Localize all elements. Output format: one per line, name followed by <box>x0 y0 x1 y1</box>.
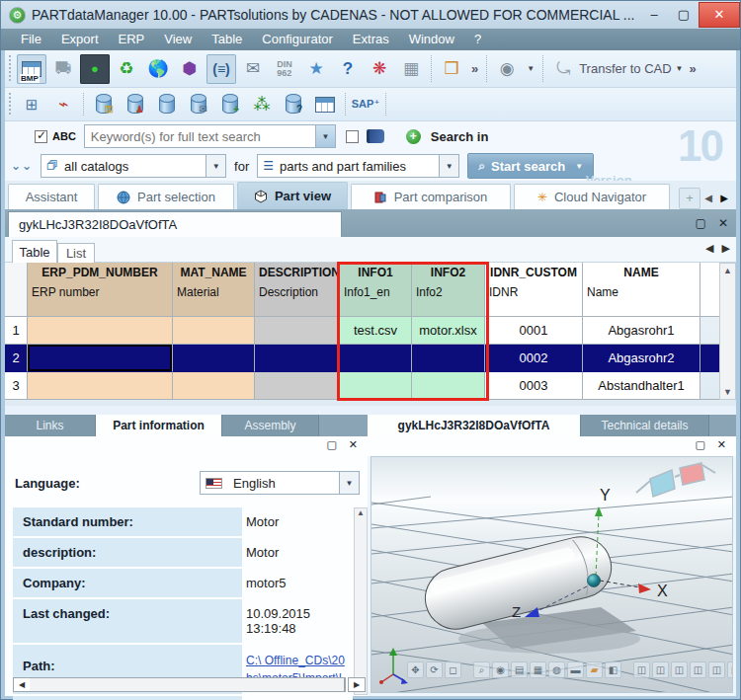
traffic-light-button[interactable]: ● <box>80 54 110 84</box>
cell-erp[interactable] <box>28 372 173 400</box>
menu-configurator[interactable]: Configurator <box>252 29 343 50</box>
db-users-button[interactable]: ♟ <box>121 90 150 119</box>
panel-close-icon[interactable]: ✕ <box>349 438 358 451</box>
cell-idnr[interactable]: 0002 <box>485 345 583 372</box>
blocks-button[interactable]: ❒ <box>437 54 466 84</box>
scroll-down-icon[interactable]: ▼ <box>723 385 732 399</box>
collapse-chevrons-icon[interactable]: ⌄⌄ <box>11 159 33 173</box>
part-info-horizontal-scrollbar[interactable]: ◀ <box>13 677 346 692</box>
tab-table[interactable]: Table <box>12 240 57 263</box>
language-combobox[interactable]: English ▼ <box>200 471 360 495</box>
cell-erp-focused[interactable] <box>28 345 173 372</box>
menu-window[interactable]: Window <box>399 29 464 50</box>
document-tab[interactable]: gykLHcJ3R32I8DOaVfOfTA <box>8 211 342 237</box>
cell-info2[interactable] <box>412 372 485 400</box>
db-button[interactable] <box>152 90 182 119</box>
db-add-button[interactable]: + <box>215 90 245 119</box>
search-input[interactable] <box>85 129 315 144</box>
transfer-to-cad-button[interactable]: ⤿ <box>548 54 578 84</box>
tab-technical-details[interactable]: Technical details <box>581 415 709 436</box>
maximize-button[interactable]: ▢ <box>669 2 699 28</box>
menu-erp[interactable]: ERP <box>109 29 155 50</box>
path-link-line1[interactable]: C:\ Offline_CDs\20 <box>246 652 351 669</box>
tab-part-view[interactable]: Part view <box>237 182 348 209</box>
view-left-icon[interactable]: ◫ <box>671 661 688 678</box>
cell-erp[interactable] <box>28 317 173 345</box>
book-checkbox[interactable] <box>346 130 359 143</box>
camera-icon[interactable]: ◉ <box>492 661 509 678</box>
column-header-erp[interactable]: ERP_PDM_NUMBERERP number <box>28 263 173 317</box>
panel-close-icon[interactable]: ✕ <box>717 438 726 451</box>
shopping-cart-button[interactable]: ⛟ <box>48 54 78 84</box>
export-package-button[interactable]: ⬢ <box>175 54 205 84</box>
minimize-button[interactable]: – <box>639 2 669 28</box>
table-close-button[interactable]: ▦ <box>396 54 426 84</box>
cell-mat[interactable] <box>173 372 255 400</box>
view-top-icon[interactable]: ◫ <box>708 661 725 678</box>
row-number[interactable]: 2 <box>5 345 28 372</box>
fit-view-icon[interactable]: ◻ <box>445 661 461 678</box>
view-back-icon[interactable]: ◫ <box>652 661 669 678</box>
update-catalog-button[interactable]: ♻ <box>112 54 141 84</box>
overflow-chevron[interactable]: » <box>471 61 478 76</box>
panel-maximize-icon[interactable]: ▢ <box>696 216 706 230</box>
cell-name[interactable]: Abgasrohr1 <box>583 317 700 345</box>
transfer-to-cad-label[interactable]: Transfer to CAD <box>579 61 671 76</box>
start-search-dropdown[interactable]: ▼ <box>575 162 583 171</box>
toolbar-grip[interactable] <box>8 54 13 83</box>
window-layout-button[interactable]: ⊞ <box>17 90 46 119</box>
table-row-selected[interactable]: 2 0002 Abgasrohr2 <box>5 345 719 372</box>
web-shop-button[interactable]: 🌎 <box>143 54 173 84</box>
menu-export[interactable]: Export <box>51 29 109 50</box>
send-mail-button[interactable]: ✉ <box>238 54 268 84</box>
scrollbar-thumb[interactable] <box>30 678 345 691</box>
menu-extras[interactable]: Extras <box>343 29 399 50</box>
field-value-project-type[interactable]: ▼ Native Part <box>242 696 353 700</box>
menu-view[interactable]: View <box>154 29 202 50</box>
viewport-3d[interactable]: Y X Z ✥ ⟳ ◻ ⌕ ◉ ▤ ▦ ◍ ▬ <box>370 456 733 693</box>
panel-maximize-icon[interactable]: ▢ <box>695 438 704 451</box>
tab-links[interactable]: Links <box>5 415 96 436</box>
column-header-idnr[interactable]: IDNR_CUSTOMIDNR <box>485 263 583 317</box>
rotate-tool-icon[interactable]: ⟳ <box>426 661 443 678</box>
cell-info2[interactable]: motor.xlsx <box>412 317 485 345</box>
tab-part-selection[interactable]: Part selection <box>98 184 234 209</box>
screen-icon[interactable]: ▬ <box>567 661 584 678</box>
overflow-chevron[interactable]: » <box>690 61 697 76</box>
grid-scroll-left-icon[interactable]: ◀ <box>705 242 713 255</box>
scroll-up-icon[interactable]: ▲ <box>723 264 732 277</box>
column-header-mat[interactable]: MAT_NAMEMaterial <box>173 263 255 317</box>
view-front-icon[interactable]: ◫ <box>633 661 650 678</box>
origin-sphere[interactable] <box>588 575 601 587</box>
scope-dropdown-button[interactable]: ▼ <box>439 155 458 177</box>
cell-idnr[interactable]: 0001 <box>485 317 583 345</box>
row-number[interactable]: 1 <box>5 317 28 345</box>
search-in-label[interactable]: Search in <box>431 129 489 144</box>
grid-vertical-scrollbar[interactable]: ▲ ▼ <box>719 263 736 400</box>
export-bmp-table-button[interactable]: BMP <box>17 54 46 84</box>
cell-description[interactable] <box>255 345 340 372</box>
sap-add-button[interactable]: SAP⁺ <box>351 90 380 119</box>
part-info-vertical-scrollbar[interactable]: ▲ <box>354 507 368 695</box>
db-login-button[interactable]: ⚿ <box>89 90 119 119</box>
tabs-scroll-right[interactable]: ▶ <box>716 188 732 209</box>
zoom-tool-icon[interactable]: ⌕ <box>473 661 490 678</box>
menu-file[interactable]: File <box>11 29 51 50</box>
table-row[interactable]: 1 test.csv motor.xlsx 0001 Abgasrohr1 <box>5 317 719 345</box>
panel-close-icon[interactable]: ✕ <box>718 216 728 230</box>
cell-info2[interactable] <box>412 345 485 372</box>
flower-tool-button[interactable]: ❋ <box>365 54 394 84</box>
cell-info1[interactable]: test.csv <box>340 317 412 345</box>
tab-assembly[interactable]: Assembly <box>222 415 319 436</box>
nut-part-button[interactable]: ◉ <box>492 54 522 84</box>
cell-mat[interactable] <box>173 317 255 345</box>
cell-idnr[interactable]: 0003 <box>485 372 583 400</box>
print-icon[interactable]: ▤ <box>511 661 528 678</box>
cell-name[interactable]: Abgasrohr2 <box>583 345 700 372</box>
search-dropdown-button[interactable]: ▼ <box>315 125 335 147</box>
column-header-name[interactable]: NAMEName <box>583 263 700 317</box>
grid-toggle-icon[interactable]: ▦ <box>530 661 546 678</box>
cell-description[interactable] <box>255 372 340 400</box>
toolbar-grip[interactable] <box>8 92 13 117</box>
catalogs-dropdown-button[interactable]: ▼ <box>206 155 225 177</box>
